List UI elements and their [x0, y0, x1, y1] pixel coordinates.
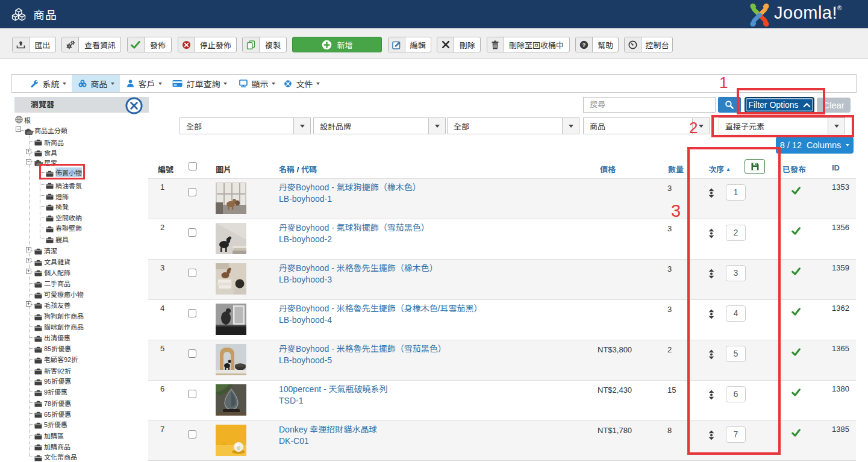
svg-text:?: ? [582, 42, 586, 48]
